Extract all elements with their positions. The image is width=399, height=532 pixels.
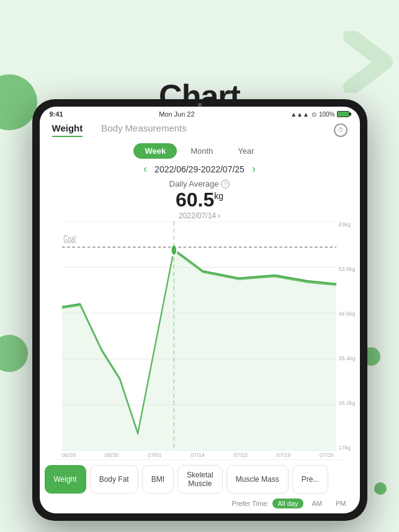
wifi-icon: ⊙ — [312, 111, 316, 118]
tab-bmi[interactable]: BMI — [142, 465, 174, 494]
tab-weight-metric[interactable]: Weight — [45, 465, 86, 494]
x-label-6: 07/19 — [277, 452, 291, 458]
y-label-5: 26.2kg — [339, 400, 360, 406]
prefer-time-allday[interactable]: All day — [272, 499, 303, 508]
status-time: 9:41 — [50, 110, 63, 118]
info-icon[interactable]: ? — [221, 180, 230, 188]
bottom-tabs: Weight Body Fat BMI SkeletalMuscle Muscl… — [40, 460, 360, 499]
chart-area: Goal — [62, 221, 336, 451]
camera-dot — [198, 103, 202, 107]
x-label-7: 07/25 — [320, 452, 334, 458]
prefer-time: Prefer Time: All day AM PM — [40, 499, 360, 513]
daily-avg-label: Daily Average ? — [40, 179, 360, 188]
battery-icon — [337, 111, 349, 117]
history-icon[interactable]: ⏱ — [334, 123, 347, 137]
x-label-3: 07/01 — [148, 452, 162, 458]
date-range: ‹ 2022/06/29-2022/07/25 › — [40, 162, 360, 175]
status-bar: 9:41 Mon Jun 22 ▲▲▲ ⊙ 100% — [40, 107, 360, 119]
daily-average-section: Daily Average ? 60.5kg 2022/07/14 › — [40, 179, 360, 220]
top-nav-tabs: Weight Body Measurements — [52, 123, 187, 137]
bg-circle-left-mid — [0, 335, 28, 372]
x-label-4: 07/14 — [191, 452, 205, 458]
svg-marker-8 — [62, 250, 336, 451]
prefer-time-pm[interactable]: PM — [331, 499, 351, 508]
y-label-3: 44.6kg — [339, 311, 360, 317]
tab-body-measurements[interactable]: Body Measurements — [101, 123, 187, 137]
tab-body-fat[interactable]: Body Fat — [90, 465, 138, 494]
signal-icon: ▲▲▲ — [290, 111, 309, 118]
prefer-time-am[interactable]: AM — [307, 499, 328, 508]
top-nav: Weight Body Measurements ⏱ — [40, 119, 360, 137]
y-label-2: 53.8kg — [339, 266, 360, 272]
prefer-time-label: Prefer Time: — [232, 500, 269, 507]
tab-pre[interactable]: Pre... — [292, 465, 329, 494]
y-axis-right: 63kg 53.8kg 44.6kg 35.4kg 26.2kg 17kg — [336, 221, 360, 451]
daily-avg-date: 2022/07/14 › — [40, 211, 360, 220]
chart-wrapper: Goal 63kg 53.8kg 44.6kg 35.4kg 26.2kg — [40, 221, 360, 451]
daily-avg-unit: kg — [214, 191, 223, 201]
tablet-device: 9:41 Mon Jun 22 ▲▲▲ ⊙ 100% Weight Body M… — [32, 99, 367, 521]
status-date: Mon Jun 22 — [159, 110, 194, 118]
y-label-1: 63kg — [339, 221, 360, 228]
period-week[interactable]: Week — [133, 143, 177, 159]
svg-text:Goal: Goal — [63, 233, 76, 245]
tab-skeletal-muscle[interactable]: SkeletalMuscle — [177, 465, 223, 494]
tab-muscle-mass[interactable]: Muscle Mass — [226, 465, 289, 494]
period-month[interactable]: Month — [179, 143, 224, 159]
date-chevron-right[interactable]: › — [218, 211, 220, 220]
daily-avg-value: 60.5kg — [40, 188, 360, 211]
x-axis: 06/29 06/30 07/01 07/14 07/15 07/19 07/2… — [40, 451, 360, 459]
next-date-btn[interactable]: › — [252, 162, 256, 175]
status-right: ▲▲▲ ⊙ 100% — [290, 111, 349, 118]
x-label-5: 07/15 — [233, 452, 248, 458]
y-label-6: 17kg — [339, 445, 360, 451]
date-range-display: 2022/06/29-2022/07/25 — [155, 164, 244, 174]
prev-date-btn[interactable]: ‹ — [143, 162, 147, 175]
battery-percent: 100% — [319, 111, 335, 118]
bg-circle-right-bot — [374, 482, 387, 495]
tablet-screen: 9:41 Mon Jun 22 ▲▲▲ ⊙ 100% Weight Body M… — [40, 107, 360, 513]
x-label-1: 06/29 — [62, 452, 76, 458]
chart-svg: Goal — [62, 221, 336, 451]
period-year[interactable]: Year — [226, 143, 265, 159]
tab-weight[interactable]: Weight — [52, 123, 83, 137]
y-label-4: 35.4kg — [339, 355, 360, 361]
period-selector: Week Month Year — [40, 143, 360, 159]
x-label-2: 06/30 — [105, 452, 119, 458]
